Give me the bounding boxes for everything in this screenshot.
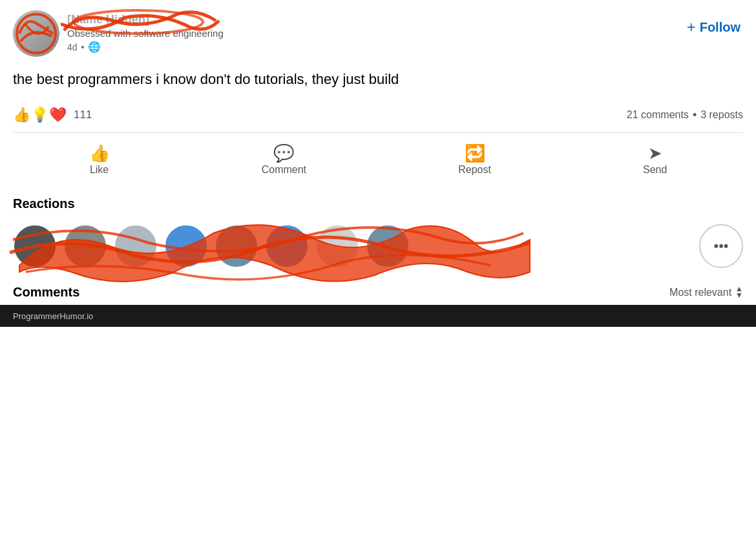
- author-tagline: Obsessed with software engineering: [67, 28, 224, 39]
- reaction-icons: 👍 💡 ❤️: [13, 107, 67, 123]
- follow-label: Follow: [700, 20, 740, 35]
- send-icon: ➤: [648, 145, 662, 161]
- reactions-avatars: •••: [13, 220, 743, 272]
- author-section: [Name Hidden] Obsessed with software eng…: [13, 10, 224, 57]
- reactions-count: 111: [74, 109, 92, 121]
- post-content: the best programmers i know don't do tut…: [13, 68, 743, 90]
- more-reactions-button[interactable]: •••: [699, 224, 743, 268]
- sort-selector[interactable]: Most relevant ▲ ▼: [669, 286, 743, 298]
- reaction-avatar-3[interactable]: [114, 224, 158, 268]
- divider: [13, 132, 743, 133]
- repost-icon: 🔁: [465, 145, 485, 161]
- reaction-avatar-1[interactable]: [13, 224, 57, 268]
- like-label: Like: [90, 164, 109, 176]
- author-name: [Name Hidden]: [67, 13, 224, 26]
- post-age: 4d: [67, 42, 78, 52]
- repost-button[interactable]: 🔁 Repost: [443, 140, 507, 181]
- reaction-avatar-6[interactable]: [265, 224, 309, 268]
- more-reactions-label: •••: [713, 238, 728, 254]
- globe-icon: 🌐: [88, 41, 101, 53]
- send-label: Send: [643, 164, 667, 176]
- follow-button[interactable]: + Follow: [684, 13, 743, 41]
- sort-arrows-icon: ▲ ▼: [735, 286, 743, 298]
- post-header: [Name Hidden] Obsessed with software eng…: [13, 10, 743, 57]
- reaction-avatar-4[interactable]: [164, 224, 208, 268]
- reactions-right: 21 comments • 3 reposts: [627, 109, 743, 122]
- comments-title: Comments: [13, 285, 79, 300]
- meta-dot: •: [81, 42, 85, 52]
- comments-section-header: Comments Most relevant ▲ ▼: [13, 277, 743, 305]
- reaction-avatar-8[interactable]: [366, 224, 410, 268]
- comment-label: Comment: [262, 164, 306, 176]
- reactions-section-title: Reactions: [13, 196, 743, 211]
- reactions-bar: 👍 💡 ❤️ 111 21 comments • 3 reposts: [13, 103, 743, 130]
- sort-label: Most relevant: [669, 287, 731, 298]
- reaction-avatar-7[interactable]: [315, 224, 359, 268]
- love-reaction-icon: ❤️: [49, 107, 67, 123]
- reactions-section: Reactions •••: [13, 187, 743, 277]
- reaction-avatar-5[interactable]: [215, 224, 258, 268]
- reaction-avatar-2[interactable]: [63, 224, 107, 268]
- reactions-avatars-wrapper: •••: [13, 220, 743, 272]
- action-buttons: 👍 Like 💬 Comment 🔁 Repost ➤ Send: [13, 136, 743, 187]
- post-meta: 4d • 🌐: [67, 41, 224, 53]
- reposts-count[interactable]: 3 reposts: [700, 109, 743, 121]
- author-info: [Name Hidden] Obsessed with software eng…: [67, 10, 224, 53]
- like-reaction-icon: 👍: [13, 107, 30, 123]
- follow-plus: +: [687, 18, 696, 36]
- comment-button[interactable]: 💬 Comment: [246, 140, 322, 181]
- idea-reaction-icon: 💡: [31, 107, 48, 123]
- repost-label: Repost: [458, 164, 491, 176]
- like-button[interactable]: 👍 Like: [74, 140, 125, 181]
- comment-icon: 💬: [273, 145, 294, 161]
- comments-count[interactable]: 21 comments: [627, 109, 689, 121]
- reactions-left: 👍 💡 ❤️ 111: [13, 107, 92, 123]
- like-icon: 👍: [89, 145, 110, 161]
- footer-bar: ProgrammerHumor.io: [0, 305, 756, 327]
- dot-separator: •: [693, 109, 697, 122]
- avatar[interactable]: [13, 10, 59, 57]
- footer-text: ProgrammerHumor.io: [13, 311, 93, 321]
- send-button[interactable]: ➤ Send: [627, 140, 682, 181]
